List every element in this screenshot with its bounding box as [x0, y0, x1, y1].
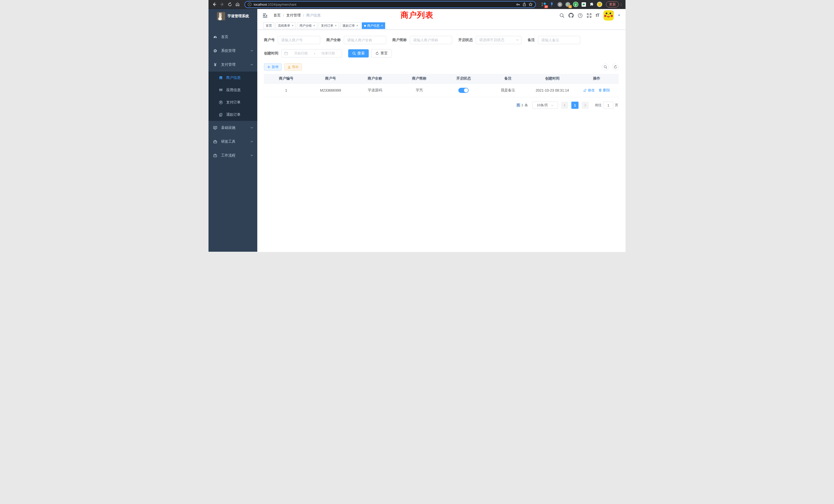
total-count: 共 1 条 [517, 103, 528, 108]
tab-refund-order[interactable]: 退款订单× [340, 22, 360, 29]
next-page-button[interactable] [581, 101, 589, 109]
start-date-placeholder: 开始日期 [290, 51, 312, 56]
share-icon[interactable] [522, 2, 526, 6]
create-time-daterange[interactable]: 开始日期 - 结束日期 [281, 49, 342, 58]
download-icon [288, 65, 291, 69]
bookmark-star-icon[interactable] [528, 2, 533, 7]
refresh-table-button[interactable] [612, 64, 619, 71]
screen: localhost:1024/pay/merchant 10 ⌘ [208, 0, 626, 252]
tab-user-group[interactable]: 用户分组× [297, 22, 317, 29]
col-merchant-no: 商户号 [308, 76, 353, 81]
breadcrumb-separator: / [283, 13, 284, 18]
full-name-input[interactable] [344, 36, 386, 44]
remark-input[interactable] [538, 36, 580, 44]
search-icon[interactable] [559, 13, 564, 18]
close-icon[interactable]: × [335, 24, 337, 27]
sidebar-item-refund-order[interactable]: 退款订单 [208, 109, 257, 121]
url-bar[interactable]: localhost:1024/pay/merchant [244, 1, 536, 8]
cell-short-name: 芋艿 [397, 88, 441, 93]
short-name-label: 商户简称 [392, 38, 407, 42]
close-icon[interactable]: × [292, 24, 293, 27]
delete-link[interactable]: 删除 [598, 88, 610, 93]
status-toggle[interactable] [458, 88, 468, 93]
tab-home[interactable]: 首页 [263, 22, 274, 29]
extensions-puzzle-icon[interactable] [589, 2, 594, 7]
page-number-button[interactable]: 1 [571, 101, 578, 109]
svg-text:y: y [575, 3, 577, 6]
sidebar-collapse-icon[interactable] [263, 14, 267, 18]
site-info-icon[interactable] [247, 2, 251, 6]
help-icon[interactable]: ? [578, 13, 583, 18]
chevron-down-icon [516, 39, 519, 42]
dashboard-icon [213, 35, 217, 39]
svg-text:⌘: ⌘ [558, 3, 561, 6]
status-select[interactable]: 请选择开启状态 [476, 36, 522, 44]
breadcrumb-current: 商户信息 [306, 13, 321, 18]
home-icon[interactable] [234, 1, 241, 8]
reset-button[interactable]: 重置 [371, 49, 392, 58]
github-icon[interactable] [569, 13, 574, 18]
tab-merchant-info[interactable]: 商户信息× [362, 22, 385, 29]
fullscreen-icon[interactable] [587, 13, 592, 18]
sidebar-item-merchant-info[interactable]: 商户信息 [208, 72, 257, 84]
sidebar-item-infra[interactable]: 基础设施 [208, 121, 257, 135]
pay-order-icon: ¥ [219, 100, 223, 105]
close-icon[interactable]: × [381, 24, 383, 27]
font-size-icon[interactable]: tT [596, 13, 599, 18]
tab-pay-order[interactable]: 支付订单× [319, 22, 339, 29]
sidebar-item-workflow[interactable]: 工作流程 [208, 148, 257, 162]
short-name-input[interactable] [410, 36, 452, 44]
extension-tasks-icon[interactable]: 10 [541, 2, 547, 7]
password-key-icon[interactable] [516, 2, 520, 7]
back-icon[interactable] [211, 1, 218, 8]
merchant-no-input[interactable] [278, 36, 320, 44]
svg-text:?: ? [579, 14, 581, 17]
add-button[interactable]: 新增 [264, 63, 282, 71]
breadcrumb-home[interactable]: 首页 [273, 13, 281, 18]
goto-label: 前往 [595, 103, 601, 108]
export-button[interactable]: 导出 [284, 63, 302, 71]
chevron-down-icon [250, 154, 253, 158]
browser-menu-icon[interactable]: ⋮ [619, 2, 623, 6]
tab-process-form[interactable]: 流程表单× [276, 22, 296, 29]
filter-row-1: 商户号 商户全称 商户简称 开启状态 请选择开启状态 [264, 36, 619, 44]
extension-chat-icon[interactable] [581, 2, 587, 7]
sidebar-item-pay-order[interactable]: ¥ 支付订单 [208, 96, 257, 109]
store-icon [219, 76, 223, 80]
extension-badge: 1 [569, 5, 572, 8]
active-dot-icon [364, 25, 366, 27]
sidebar-item-system[interactable]: 系统管理 [208, 44, 257, 58]
forward-icon[interactable] [219, 1, 225, 8]
edit-link[interactable]: 修改 [584, 88, 595, 93]
search-icon [604, 65, 607, 69]
sidebar-item-home[interactable]: 首页 [208, 30, 257, 44]
extension-command-icon[interactable]: ⌘ [557, 2, 563, 7]
sidebar-item-devtools[interactable]: 研发工具 [208, 135, 257, 148]
reload-icon[interactable] [226, 1, 233, 8]
update-button[interactable]: 更新 [606, 1, 619, 7]
prev-page-button[interactable] [561, 101, 568, 109]
extension-kite-icon[interactable] [549, 2, 555, 7]
sidebar-item-pay[interactable]: ¥ 支付管理 [208, 58, 257, 72]
app-logo[interactable]: 芋道管理系统 [208, 9, 257, 23]
search-button[interactable]: 搜索 [348, 49, 369, 58]
close-icon[interactable]: × [356, 24, 358, 27]
toggle-search-button[interactable] [602, 64, 609, 71]
page-size-select[interactable]: 10条/页 [532, 101, 558, 109]
breadcrumb-pay[interactable]: 支付管理 [286, 13, 301, 18]
chevron-down-icon [250, 140, 253, 144]
user-avatar[interactable] [603, 10, 614, 21]
col-status: 开启状态 [441, 76, 486, 81]
refund-order-icon [219, 113, 223, 117]
sidebar-item-app-info[interactable]: 应用信息 [208, 84, 257, 96]
merchant-table: 商户编号 商户号 商户全称 商户简称 开启状态 备注 创建时间 操作 1 M23… [264, 74, 619, 97]
sidebar: 芋道管理系统 首页 系统管理 [208, 9, 257, 252]
user-menu-caret-icon[interactable] [618, 15, 620, 17]
goto-page-input[interactable] [603, 101, 613, 109]
extension-grey-circle-icon[interactable]: 1 [565, 2, 571, 7]
close-icon[interactable]: × [313, 24, 315, 27]
search-icon [352, 51, 356, 55]
sidebar-item-label: 研发工具 [221, 139, 250, 144]
extension-y-icon[interactable]: y [573, 2, 578, 7]
profile-smiley-icon[interactable] [597, 2, 602, 7]
